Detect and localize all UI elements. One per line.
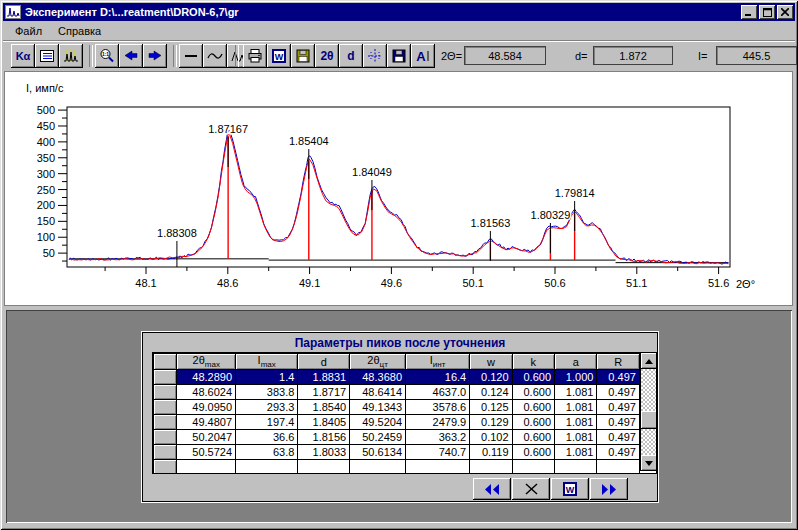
- table-cell[interactable]: [406, 460, 470, 474]
- d-spacing-button[interactable]: d: [339, 44, 363, 68]
- table-row[interactable]: 49.4807197.41.840549.52042479.90.1290.60…: [154, 415, 640, 430]
- smooth-button[interactable]: [203, 44, 227, 68]
- save-results-button[interactable]: [291, 44, 315, 68]
- table-row[interactable]: 50.204736.61.815650.2459363.20.1020.6001…: [154, 430, 640, 445]
- table-cell[interactable]: 0.497: [597, 445, 639, 460]
- table-row[interactable]: 48.6024383.81.871748.64144637.00.1240.60…: [154, 385, 640, 400]
- table-cell[interactable]: 49.4807: [177, 415, 236, 430]
- table-cell[interactable]: 48.6024: [177, 385, 236, 400]
- close-button[interactable]: [777, 5, 793, 19]
- diffractogram[interactable]: 5010015020025030035040045050048.148.649.…: [5, 72, 790, 303]
- table-cell[interactable]: 1.4: [236, 370, 298, 385]
- table-cell[interactable]: 1.8405: [298, 415, 350, 430]
- table-cell[interactable]: 0.497: [597, 385, 639, 400]
- table-cell[interactable]: [470, 460, 512, 474]
- table-cell[interactable]: 2479.9: [406, 415, 470, 430]
- scroll-thumb[interactable]: [641, 411, 657, 429]
- table-cell[interactable]: 1.081: [555, 445, 597, 460]
- two-theta-button[interactable]: 2θ: [315, 44, 339, 68]
- table-cell[interactable]: 49.0950: [177, 400, 236, 415]
- zoom-1-1-button[interactable]: 1:1: [95, 44, 119, 68]
- table-cell[interactable]: 50.5724: [177, 445, 236, 460]
- save-file-button[interactable]: [387, 44, 411, 68]
- table-cell[interactable]: 1.8831: [298, 370, 350, 385]
- table-cell[interactable]: 1.000: [555, 370, 597, 385]
- menu-item-help[interactable]: Справка: [52, 23, 107, 39]
- table-cell[interactable]: 16.4: [406, 370, 470, 385]
- maximize-button[interactable]: [759, 5, 775, 19]
- table-cell[interactable]: 0.120: [470, 370, 512, 385]
- word-report-button[interactable]: W: [551, 478, 589, 500]
- table-row[interactable]: [154, 460, 640, 474]
- scroll-down-button[interactable]: [641, 455, 657, 471]
- table-cell[interactable]: 1.081: [555, 385, 597, 400]
- table-cell[interactable]: 1.8156: [298, 430, 350, 445]
- delete-peak-button[interactable]: [512, 478, 550, 500]
- table-cell[interactable]: 49.5204: [350, 415, 406, 430]
- peak-list-button[interactable]: [35, 44, 59, 68]
- font-button[interactable]: A: [411, 44, 435, 68]
- table-cell[interactable]: 197.4: [236, 415, 298, 430]
- row-selector[interactable]: [154, 400, 177, 415]
- table-cell[interactable]: 49.1343: [350, 400, 406, 415]
- table-cell[interactable]: 1.8540: [298, 400, 350, 415]
- table-cell[interactable]: 0.600: [512, 385, 554, 400]
- next-range-button[interactable]: [143, 44, 167, 68]
- table-cell[interactable]: 50.6134: [350, 445, 406, 460]
- table-cell[interactable]: 0.600: [512, 445, 554, 460]
- table-cell[interactable]: [555, 460, 597, 474]
- table-cell[interactable]: 383.8: [236, 385, 298, 400]
- table-cell[interactable]: 0.125: [470, 400, 512, 415]
- table-cell[interactable]: 48.2890: [177, 370, 236, 385]
- row-selector[interactable]: [154, 370, 177, 385]
- table-cell[interactable]: 1.081: [555, 400, 597, 415]
- table-cell[interactable]: [298, 460, 350, 474]
- table-row[interactable]: 49.0950293.31.854049.13433578.60.1250.60…: [154, 400, 640, 415]
- table-cell[interactable]: 48.6414: [350, 385, 406, 400]
- menu-item-file[interactable]: Файл: [9, 23, 48, 39]
- print-button[interactable]: [243, 44, 267, 68]
- table-cell[interactable]: 50.2459: [350, 430, 406, 445]
- row-selector[interactable]: [154, 445, 177, 460]
- table-cell[interactable]: 48.3680: [350, 370, 406, 385]
- table-cell[interactable]: 0.600: [512, 370, 554, 385]
- table-cell[interactable]: 0.600: [512, 400, 554, 415]
- row-selector[interactable]: [154, 415, 177, 430]
- table-scrollbar[interactable]: [640, 353, 656, 471]
- table-cell[interactable]: 0.102: [470, 430, 512, 445]
- peaks-view-button[interactable]: [59, 44, 83, 68]
- export-word-button[interactable]: W: [267, 44, 291, 68]
- next-peaks-button[interactable]: [590, 478, 628, 500]
- k-alpha-button[interactable]: Kα: [11, 44, 35, 68]
- table-row[interactable]: 50.572463.81.803350.6134740.70.1190.6001…: [154, 445, 640, 460]
- table-cell[interactable]: 0.600: [512, 430, 554, 445]
- baseline-button[interactable]: [179, 44, 203, 68]
- table-row[interactable]: 48.28901.41.883148.368016.40.1200.6001.0…: [154, 370, 640, 385]
- table-cell[interactable]: 740.7: [406, 445, 470, 460]
- table-cell[interactable]: 3578.6: [406, 400, 470, 415]
- table-cell[interactable]: [350, 460, 406, 474]
- table-cell[interactable]: 363.2: [406, 430, 470, 445]
- row-selector[interactable]: [154, 385, 177, 400]
- table-cell[interactable]: 293.3: [236, 400, 298, 415]
- table-cell[interactable]: 4637.0: [406, 385, 470, 400]
- table-cell[interactable]: 1.081: [555, 415, 597, 430]
- table-cell[interactable]: 0.119: [470, 445, 512, 460]
- table-cell[interactable]: 36.6: [236, 430, 298, 445]
- table-cell[interactable]: [597, 460, 639, 474]
- table-cell[interactable]: 0.129: [470, 415, 512, 430]
- table-cell[interactable]: [177, 460, 236, 474]
- row-selector[interactable]: [154, 460, 177, 474]
- table-cell[interactable]: [236, 460, 298, 474]
- table-cell[interactable]: 63.8: [236, 445, 298, 460]
- minimize-button[interactable]: [741, 5, 757, 19]
- table-cell[interactable]: 1.8033: [298, 445, 350, 460]
- table-cell[interactable]: 0.600: [512, 415, 554, 430]
- prev-peaks-button[interactable]: [473, 478, 511, 500]
- grid-button[interactable]: [363, 44, 387, 68]
- table-cell[interactable]: 50.2047: [177, 430, 236, 445]
- table-cell[interactable]: 1.081: [555, 430, 597, 445]
- table-cell[interactable]: 0.497: [597, 415, 639, 430]
- prev-range-button[interactable]: [119, 44, 143, 68]
- table-cell[interactable]: 1.8717: [298, 385, 350, 400]
